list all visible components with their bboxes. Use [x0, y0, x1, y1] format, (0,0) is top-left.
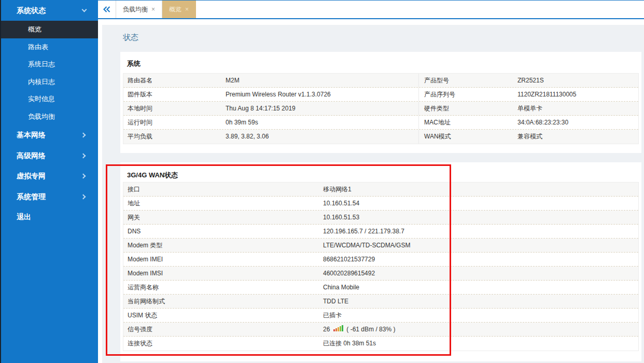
- sidebar-item-realtime-info[interactable]: 实时信息: [1, 90, 98, 108]
- label-cell: 路由器名: [123, 74, 226, 87]
- value-cell: ZR2521S: [517, 74, 638, 87]
- wan-section-heading: 3G/4G WAN状态: [127, 171, 178, 180]
- value-text: 已插卡: [323, 312, 342, 319]
- chevron-down-icon: [82, 7, 87, 12]
- table-row: 接口移动网络1: [123, 183, 638, 197]
- table-row: 固件版本Premium Wireless Router v1.1.3.0726产…: [123, 88, 638, 102]
- label-cell: DNS: [123, 225, 323, 238]
- label-cell: 信号强度: [123, 323, 323, 336]
- label-cell: 运营商名称: [123, 281, 323, 294]
- tab-bar: 负载均衡×概览×: [98, 0, 644, 19]
- value-cell: 460020289615492: [323, 267, 638, 280]
- table-row: 平均负载3.89, 3.82, 3.06WAN模式兼容模式: [123, 130, 638, 144]
- value-text: 868621021537729: [323, 256, 375, 263]
- value-cell: 已插卡: [323, 309, 638, 322]
- table-row: 运营商名称China Mobile: [123, 281, 638, 295]
- value-cell: Thu Aug 8 14:17:15 2019: [226, 102, 418, 115]
- label-cell: 网关: [123, 211, 323, 224]
- value-cell: 120.196.165.7 / 221.179.38.7: [323, 225, 638, 238]
- table-row: 连接状态已连接 0h 38m 51s: [123, 337, 638, 351]
- value-cell: Premium Wireless Router v1.1.3.0726: [226, 88, 418, 101]
- sidebar-item-logout[interactable]: 退出: [1, 207, 98, 228]
- collapse-tabs-button[interactable]: [98, 1, 116, 18]
- label-cell: 运行时间: [123, 116, 226, 129]
- tabs-container: 负载均衡×概览×: [116, 1, 196, 18]
- value-cell: 移动网络1: [323, 183, 638, 196]
- value-text: 26: [323, 326, 330, 333]
- table-row: 地址10.160.51.54: [123, 197, 638, 211]
- tab-label: 负载均衡: [123, 5, 148, 14]
- value-cell: 26( -61 dBm / 83% ): [323, 323, 638, 336]
- tab-label: 概览: [169, 5, 181, 14]
- sidebar-group-system-status[interactable]: 系统状态: [1, 0, 98, 21]
- sidebar-item-advanced-network[interactable]: 高级网络: [1, 146, 98, 166]
- table-row: Modem IMSI460020289615492: [123, 267, 638, 281]
- table-row: 本地时间Thu Aug 8 14:17:15 2019硬件类型单模单卡: [123, 102, 638, 116]
- signal-detail: ( -61 dBm / 83% ): [346, 326, 395, 333]
- value-text: 460020289615492: [323, 270, 375, 277]
- system-card: 系统 路由器名M2M产品型号ZR2521S固件版本Premium Wireles…: [120, 52, 641, 153]
- sidebar-item-overview[interactable]: 概览: [1, 21, 98, 38]
- sidebar: 系统状态 概览路由表系统日志内核日志实时信息负载均衡 基本网络高级网络虚拟专网系…: [0, 0, 98, 363]
- label-cell: 产品型号: [418, 74, 517, 87]
- label-cell: 产品序列号: [418, 88, 517, 101]
- signal-bar: [333, 329, 335, 331]
- sidebar-groups: 基本网络高级网络虚拟专网系统管理退出: [1, 125, 98, 228]
- value-text: 移动网络1: [323, 186, 352, 193]
- value-cell: 单模单卡: [517, 102, 638, 115]
- table-row: Modem IMEI868621021537729: [123, 253, 638, 267]
- label-cell: WAN模式: [418, 130, 517, 144]
- label-cell: 硬件类型: [418, 102, 517, 115]
- label-cell: MAC地址: [418, 116, 517, 129]
- value-text: TDD LTE: [323, 298, 348, 305]
- chevron-right-icon: [81, 153, 86, 158]
- table-row: 信号强度26( -61 dBm / 83% ): [123, 323, 638, 337]
- label-cell: Modem IMEI: [123, 253, 323, 266]
- sidebar-item-routing-table[interactable]: 路由表: [1, 38, 98, 56]
- wan-status-card: 3G/4G WAN状态 接口移动网络1地址10.160.51.54网关10.16…: [120, 162, 641, 361]
- value-text: 已连接 0h 38m 51s: [323, 340, 376, 347]
- chevron-right-icon: [81, 133, 86, 138]
- label-cell: 接口: [123, 183, 323, 196]
- value-cell: 10.160.51.53: [323, 211, 638, 224]
- value-cell: LTE/WCDMA/TD-SCDMA/GSM: [323, 239, 638, 252]
- content-panel: 状态 系统 路由器名M2M产品型号ZR2521S固件版本Premium Wire…: [102, 25, 644, 363]
- value-cell: 868621021537729: [323, 253, 638, 266]
- value-text: 10.160.51.54: [323, 200, 359, 207]
- value-cell: TDD LTE: [323, 295, 638, 308]
- table-row: USIM 状态已插卡: [123, 309, 638, 323]
- sidebar-item-load-balance[interactable]: 负载均衡: [1, 108, 98, 125]
- sidebar-item-system-management[interactable]: 系统管理: [1, 187, 98, 207]
- signal-bar: [338, 327, 339, 331]
- tab-load-balance[interactable]: 负载均衡×: [116, 1, 162, 18]
- value-text: 120.196.165.7 / 221.179.38.7: [323, 228, 404, 235]
- value-text: LTE/WCDMA/TD-SCDMA/GSM: [323, 242, 410, 249]
- label-cell: Modem IMSI: [123, 267, 323, 280]
- label-cell: 当前网络制式: [123, 295, 323, 308]
- sidebar-item-kernel-log[interactable]: 内核日志: [1, 73, 98, 91]
- double-chevron-left-icon: [103, 6, 110, 12]
- table-row: 路由器名M2M产品型号ZR2521S: [123, 74, 638, 88]
- sidebar-group-label: 系统状态: [17, 6, 46, 15]
- label-cell: USIM 状态: [123, 309, 323, 322]
- system-section-heading: 系统: [127, 59, 141, 68]
- sidebar-item-system-log[interactable]: 系统日志: [1, 55, 98, 73]
- label-cell: 连接状态: [123, 337, 323, 351]
- value-cell: 1120ZR21811130005: [517, 88, 638, 101]
- label-cell: Modem 类型: [123, 239, 323, 252]
- close-icon[interactable]: ×: [185, 6, 189, 12]
- signal-bar: [335, 328, 337, 331]
- tab-overview[interactable]: 概览×: [162, 1, 196, 18]
- value-cell: China Mobile: [323, 281, 638, 294]
- value-cell: 10.160.51.54: [323, 197, 638, 210]
- value-cell: M2M: [226, 74, 418, 87]
- value-cell: 3.89, 3.82, 3.06: [226, 130, 418, 144]
- label-cell: 固件版本: [123, 88, 226, 101]
- close-icon[interactable]: ×: [151, 6, 155, 12]
- table-row: 网关10.160.51.53: [123, 211, 638, 225]
- sidebar-item-basic-network[interactable]: 基本网络: [1, 125, 98, 146]
- page-title: 状态: [123, 33, 138, 43]
- sidebar-item-vpn[interactable]: 虚拟专网: [1, 166, 98, 187]
- sidebar-submenu: 概览路由表系统日志内核日志实时信息负载均衡: [1, 21, 98, 125]
- wan-status-table: 接口移动网络1地址10.160.51.54网关10.160.51.53DNS12…: [123, 182, 639, 351]
